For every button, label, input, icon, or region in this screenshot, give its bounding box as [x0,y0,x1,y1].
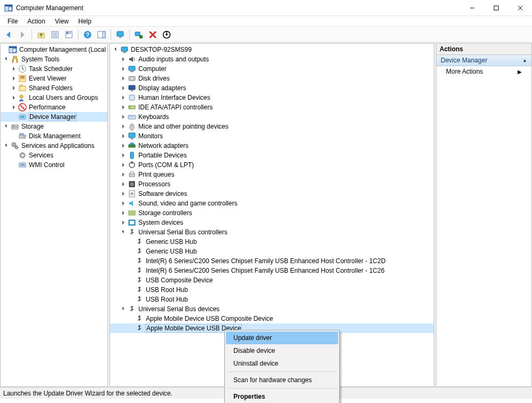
menu-action[interactable]: Action [23,17,49,26]
tree-item-disk-management[interactable]: Disk Management [1,131,108,141]
tree-label: Portable Devices [138,152,187,159]
tree-item-device-manager[interactable]: Device Manager [1,112,108,122]
device-category-sound[interactable]: Sound, video and game controllers [110,199,434,208]
ctx-update-driver[interactable]: Update driver [226,331,338,344]
device-category-audio[interactable]: Audio inputs and outputs [110,54,434,64]
device-category-monitors[interactable]: Monitors [110,131,434,141]
close-button[interactable] [508,0,532,16]
expander-icon[interactable] [3,56,10,63]
expander-icon[interactable] [120,94,127,101]
storage-controller-icon [128,209,136,217]
device-item[interactable]: USB Root Hub [110,295,434,304]
tree-item-event-viewer[interactable]: Event Viewer [1,74,108,83]
tree-item-shared-folders[interactable]: Shared Folders [1,83,108,93]
maximize-button[interactable] [484,0,508,16]
device-item[interactable]: Apple Mobile Device USB Composite Device [110,314,434,323]
device-category-usb-controllers[interactable]: Universal Serial Bus controllers [110,227,434,237]
help-button[interactable] [81,28,94,41]
expander-icon[interactable] [10,84,18,92]
tree-item-wmi-control[interactable]: WMI Control [1,160,108,170]
expander-icon[interactable] [10,104,18,111]
expander-icon[interactable] [120,104,127,111]
device-item[interactable]: Generic USB Hub [110,247,434,256]
actions-section[interactable]: Device Manager ▲ [436,55,531,66]
ctx-scan-hardware[interactable]: Scan for hardware changes [226,374,338,386]
minimize-button[interactable] [460,0,484,16]
tree-item-storage[interactable]: Storage [1,122,108,131]
device-root[interactable]: DESKTOP-92SMS99 [110,45,434,54]
device-category-software[interactable]: Software devices [110,189,434,199]
back-button[interactable] [2,28,15,41]
show-pane-button[interactable] [95,28,108,41]
expander-icon[interactable] [120,84,127,92]
expander-icon[interactable] [120,171,127,178]
device-category-storage-controllers[interactable]: Storage controllers [110,208,434,218]
tree-item-root[interactable]: Computer Management (Local [1,45,108,54]
device-category-mice[interactable]: Mice and other pointing devices [110,122,434,131]
tree-item-task-scheduler[interactable]: Task Scheduler [1,64,108,74]
scan-button[interactable] [132,28,145,41]
device-item[interactable]: Generic USB Hub [110,237,434,247]
device-item[interactable]: Intel(R) 6 Series/C200 Series Chipset Fa… [110,266,434,275]
device-category-ports[interactable]: Ports (COM & LPT) [110,160,434,170]
device-item[interactable]: Intel(R) 6 Series/C200 Series Chipset Fa… [110,256,434,266]
menu-view[interactable]: View [51,17,73,26]
device-category-disk[interactable]: Disk drives [110,74,434,83]
device-category-system-devices[interactable]: System devices [110,218,434,227]
expander-icon[interactable] [10,75,18,82]
device-category-display[interactable]: Display adapters [110,83,434,93]
properties-button[interactable] [49,28,61,41]
expander-icon[interactable] [120,132,127,140]
device-category-usb-devices[interactable]: Universal Serial Bus devices [110,304,434,314]
ctx-properties[interactable]: Properties [226,390,338,403]
device-category-hid[interactable]: Human Interface Devices [110,93,434,102]
usb-icon [135,238,144,246]
expander-icon[interactable] [120,56,127,63]
more-actions-item[interactable]: More Actions ▶ [436,66,531,77]
device-category-processors[interactable]: Processors [110,179,434,189]
expander-icon[interactable] [120,180,127,188]
menu-help[interactable]: Help [74,17,96,26]
expander-icon[interactable] [10,94,18,101]
expander-icon[interactable] [3,123,10,130]
device-category-keyboards[interactable]: Keyboards [110,112,434,122]
expander-icon[interactable] [120,75,127,82]
tree-item-services[interactable]: Services [1,151,108,160]
ctx-disable-device[interactable]: Disable device [226,344,338,357]
ctx-uninstall-device[interactable]: Uninstall device [226,357,338,370]
expander-icon[interactable] [120,228,127,236]
menu-file[interactable]: File [3,17,22,26]
enable-button[interactable] [160,28,173,41]
list-button[interactable] [62,28,75,41]
expander-icon[interactable] [112,46,120,53]
expander-icon[interactable] [120,219,127,226]
device-item[interactable]: USB Root Hub [110,285,434,295]
delete-button[interactable] [146,28,159,41]
device-category-computer[interactable]: Computer [110,64,434,74]
expander-icon[interactable] [120,209,127,217]
expander-icon[interactable] [120,305,127,313]
expander-icon[interactable] [120,142,127,149]
expander-icon[interactable] [120,161,127,169]
device-item[interactable]: USB Composite Device [110,275,434,285]
monitor-button[interactable] [114,28,127,41]
expander-icon[interactable] [120,65,127,73]
expander-icon[interactable] [3,142,10,149]
tree-item-performance[interactable]: Performance [1,102,108,112]
expander-icon[interactable] [10,65,18,73]
collapse-icon[interactable]: ▲ [522,58,527,63]
tree-item-local-users[interactable]: Local Users and Groups [1,93,108,102]
device-category-portable[interactable]: Portable Devices [110,151,434,160]
up-button[interactable] [35,28,48,41]
expander-icon[interactable] [120,113,127,121]
device-category-print-queues[interactable]: Print queues [110,170,434,179]
device-category-network[interactable]: Network adapters [110,141,434,151]
expander-icon[interactable] [120,152,127,159]
expander-icon[interactable] [120,123,127,130]
expander-icon[interactable] [120,200,127,207]
forward-button[interactable] [16,28,29,41]
tree-item-system-tools[interactable]: System Tools [1,54,108,64]
tree-item-services-apps[interactable]: Services and Applications [1,141,108,151]
device-category-ide[interactable]: IDE ATA/ATAPI controllers [110,102,434,112]
expander-icon[interactable] [120,190,127,197]
